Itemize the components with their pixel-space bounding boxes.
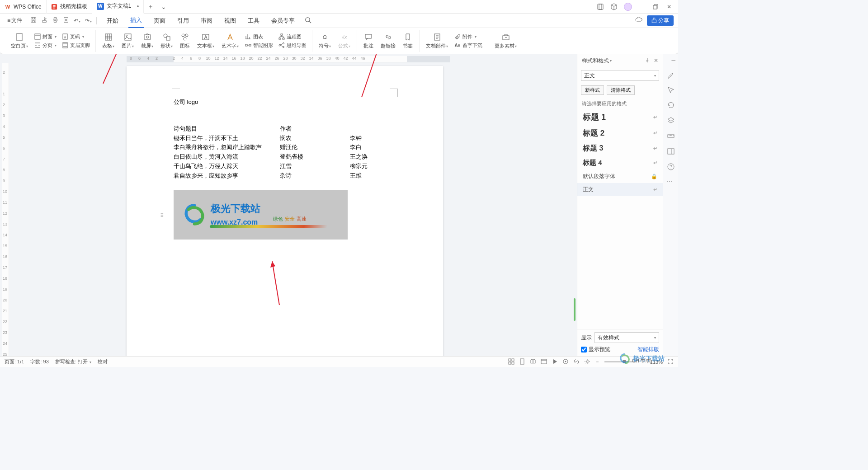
drag-handle-icon[interactable]: ⠿: [160, 212, 164, 220]
table-row[interactable]: 君自故乡来，应知故乡事杂诗王维: [174, 171, 398, 181]
shapes-button[interactable]: 形状▾: [158, 32, 175, 50]
close-panel-icon[interactable]: ✕: [654, 57, 658, 64]
menu-tab-开始[interactable]: 开始: [105, 14, 120, 28]
document-tab[interactable]: W 文字文稿1 •: [92, 0, 144, 14]
attachment-button[interactable]: 附件▾: [453, 33, 484, 41]
style-item[interactable]: 标题 3↵: [577, 141, 663, 156]
cube-icon[interactable]: [610, 3, 618, 10]
document-table[interactable]: 诗句题目 作者 锄禾日当午，汗滴禾下土悯农李钟李白乘舟将欲行，忽闻岸上踏歌声赠汪…: [174, 124, 398, 181]
menu-tab-会员专享[interactable]: 会员专享: [269, 14, 297, 28]
table-row[interactable]: 李白乘舟将欲行，忽闻岸上踏歌声赠汪伦李白: [174, 143, 398, 152]
pin-icon[interactable]: [645, 57, 650, 64]
help-icon[interactable]: [667, 163, 675, 171]
view-read-icon[interactable]: [530, 358, 536, 366]
icons-button[interactable]: 图标: [177, 32, 193, 50]
page-break-button[interactable]: 分页▾: [33, 42, 58, 49]
wordart-button[interactable]: 艺术字▾: [219, 32, 241, 50]
zoom-slider[interactable]: [604, 361, 636, 362]
minimize-icon[interactable]: ─: [638, 3, 646, 10]
cover-button[interactable]: 封面▾: [33, 33, 58, 41]
preview-checkbox[interactable]: [581, 347, 587, 352]
symbol-button[interactable]: Ω符号▾: [316, 32, 334, 50]
style-item[interactable]: 标题 2↵: [577, 125, 663, 141]
undo-icon[interactable]: ↶▾: [74, 18, 80, 24]
zoom-out-icon[interactable]: －: [595, 358, 600, 365]
page-indicator[interactable]: 页面: 1/1: [5, 358, 24, 365]
spellcheck-status[interactable]: 拼写检查: 打开 ▾: [55, 358, 91, 365]
ruler-tool-icon[interactable]: [667, 132, 675, 140]
show-filter-select[interactable]: 有效样式▾: [594, 332, 659, 343]
print-direct-icon[interactable]: [41, 17, 47, 24]
refresh-icon[interactable]: [667, 101, 675, 109]
view-grid-icon[interactable]: [508, 358, 514, 366]
picture-button[interactable]: 图片▾: [119, 32, 137, 50]
save-icon[interactable]: [30, 17, 37, 24]
view-outline-icon[interactable]: [541, 358, 547, 366]
settings-status-icon[interactable]: [584, 358, 590, 366]
flowchart-button[interactable]: 流程图: [277, 33, 308, 41]
tab-menu-button[interactable]: ⌄: [157, 3, 170, 10]
textbox-button[interactable]: A文本框▾: [194, 32, 217, 50]
vertical-ruler[interactable]: 2123456789101112131415161718192021222324…: [2, 63, 9, 356]
sidebar-toggle-icon[interactable]: [667, 147, 675, 155]
menu-tab-审阅[interactable]: 审阅: [199, 14, 214, 28]
editor[interactable]: 8642246810121416182022242628303234363840…: [0, 54, 577, 356]
document-header-text[interactable]: 公司 logo: [174, 98, 398, 107]
zoom-level[interactable]: 113%: [650, 359, 663, 365]
select-tool-icon[interactable]: [667, 86, 675, 94]
menu-tab-工具[interactable]: 工具: [246, 14, 261, 28]
file-menu[interactable]: ≡文件: [5, 15, 25, 26]
mindmap-button[interactable]: 思维导图: [277, 42, 308, 49]
style-item[interactable]: 正文↵: [577, 183, 663, 196]
style-item[interactable]: 默认段落字体🔒: [577, 170, 663, 183]
scroll-indicator[interactable]: [574, 298, 576, 321]
target-icon[interactable]: [562, 358, 569, 366]
table-row[interactable]: 锄禾日当午，汗滴禾下土悯农李钟: [174, 134, 398, 143]
link-icon[interactable]: [573, 358, 580, 366]
table-row[interactable]: 白日依山尽，黄河入海流登鹤雀楼王之涣: [174, 152, 398, 162]
table-button[interactable]: 表格▾: [99, 32, 117, 50]
reader-icon[interactable]: [597, 3, 604, 10]
word-count[interactable]: 字数: 93: [30, 358, 48, 365]
close-icon[interactable]: ✕: [665, 3, 673, 10]
more-materials-button[interactable]: 更多素材▾: [492, 32, 519, 50]
equation-button[interactable]: √x公式▾: [335, 32, 353, 50]
proof-status[interactable]: 校对: [98, 358, 108, 365]
preview-icon[interactable]: [63, 17, 69, 24]
blank-page-button[interactable]: 空白页▾: [8, 32, 31, 50]
screenshot-button[interactable]: 截屏▾: [138, 32, 156, 50]
share-button[interactable]: 凸 分享: [647, 15, 674, 26]
redo-icon[interactable]: ↷▾: [85, 18, 92, 24]
print-icon[interactable]: [52, 17, 58, 24]
menu-tab-视图[interactable]: 视图: [222, 14, 238, 28]
hyperlink-button[interactable]: 超链接: [378, 32, 398, 50]
current-style-select[interactable]: 正文▾: [581, 70, 659, 81]
smart-graphic-button[interactable]: 智能图形: [243, 42, 275, 49]
comment-button[interactable]: 批注: [361, 32, 376, 50]
maximize-icon[interactable]: [652, 3, 659, 10]
new-style-button[interactable]: 新样式: [581, 85, 604, 95]
collapse-strip-icon[interactable]: ─: [671, 57, 675, 63]
menu-tab-页面[interactable]: 页面: [152, 14, 167, 28]
embedded-image[interactable]: ⠿ 极光下载站 www.xz7.com 绿色安全高速: [174, 190, 348, 240]
edit-tool-icon[interactable]: [667, 70, 675, 79]
chart-button[interactable]: 图表: [243, 33, 275, 41]
clear-format-button[interactable]: 清除格式: [607, 85, 635, 95]
drop-cap-button[interactable]: A≡首字下沉: [453, 42, 484, 49]
header-footer-button[interactable]: 页眉页脚: [60, 42, 92, 49]
menu-tab-插入[interactable]: 插入: [128, 14, 144, 28]
view-page-icon[interactable]: [519, 358, 525, 366]
play-icon[interactable]: [552, 358, 558, 366]
avatar[interactable]: [624, 3, 632, 11]
app-tab[interactable]: W WPS Office: [0, 0, 47, 14]
style-item[interactable]: 标题 4↵: [577, 156, 663, 170]
fit-icon[interactable]: [667, 358, 674, 366]
cloud-icon[interactable]: [635, 16, 642, 25]
bookmark-button[interactable]: 书签: [400, 32, 415, 50]
new-tab-button[interactable]: ＋: [144, 3, 157, 11]
menu-tab-引用[interactable]: 引用: [175, 14, 191, 28]
page-number-button[interactable]: #页码▾: [60, 33, 92, 41]
layers-icon[interactable]: [667, 117, 675, 125]
horizontal-ruler[interactable]: 8642246810121416182022242628303234363840…: [127, 56, 450, 62]
template-tab[interactable]: 找稻壳模板: [47, 0, 92, 14]
